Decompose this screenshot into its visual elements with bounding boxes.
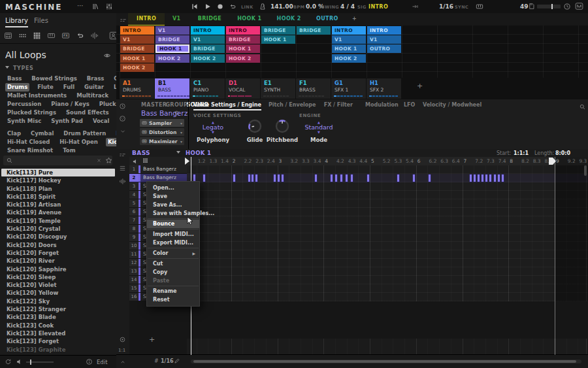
- oneshots-icon[interactable]: [90, 31, 99, 40]
- pattern-cell[interactable]: V1: [191, 35, 225, 44]
- metronome-icon[interactable]: [259, 3, 267, 10]
- mute-speaker-icon[interactable]: [132, 158, 139, 165]
- pattern-cell[interactable]: BRIDGE: [120, 44, 154, 53]
- param-search-icon[interactable]: [579, 103, 586, 110]
- type-tag[interactable]: Drums: [5, 83, 29, 92]
- velocity-lane[interactable]: [187, 339, 588, 355]
- result-item[interactable]: Kick[117] Hockey: [0, 176, 116, 184]
- param-tab[interactable]: Voice Settings / Engine: [193, 102, 261, 110]
- add-control-lane-button[interactable]: +: [149, 335, 155, 344]
- result-item[interactable]: Kick[122] Stranger: [0, 305, 116, 313]
- param-tab[interactable]: Velocity / Modwheel: [423, 102, 482, 108]
- midi-note[interactable]: [498, 175, 500, 182]
- count-in-icon[interactable]: [412, 3, 419, 10]
- midi-icon[interactable]: [119, 115, 126, 122]
- horizontal-scrollbar[interactable]: [191, 360, 581, 363]
- pattern-cell[interactable]: HOOK 2: [155, 54, 189, 63]
- pattern-cell[interactable]: HOOK 1: [120, 54, 154, 63]
- prehear-speaker-icon[interactable]: [16, 358, 23, 365]
- group-tile-g1[interactable]: G1SFX 1: [331, 78, 366, 99]
- result-item[interactable]: Kick[118] Plan: [0, 185, 116, 193]
- groups-icon[interactable]: [18, 31, 27, 40]
- pattern-cell[interactable]: HOOK 1: [226, 44, 260, 53]
- bpm-value[interactable]: 141.00: [270, 3, 293, 10]
- param-tab[interactable]: FX / Filter: [324, 102, 353, 108]
- result-item[interactable]: Kick[119] Artisan: [0, 201, 116, 209]
- result-item[interactable]: Kick[123] Elevated: [0, 329, 116, 337]
- pattern-cell[interactable]: BRIDGE: [155, 35, 189, 44]
- subtype-tag[interactable]: Hi-Hat Open: [57, 138, 100, 146]
- type-tag[interactable]: Pluck: [97, 100, 117, 109]
- link-toggle[interactable]: LINK: [241, 5, 253, 10]
- play-button[interactable]: [204, 3, 212, 10]
- group-tile-e1[interactable]: E1SYNTH: [261, 78, 295, 99]
- add-group-button[interactable]: +: [417, 82, 423, 90]
- midi-note[interactable]: [252, 175, 253, 182]
- midi-note[interactable]: [397, 175, 399, 182]
- event-list-icon[interactable]: [119, 165, 126, 172]
- midi-note[interactable]: [278, 175, 280, 182]
- keyboard-mode-icon[interactable]: [476, 3, 483, 10]
- midi-note[interactable]: [282, 175, 284, 182]
- grid-setting-value[interactable]: 1/16: [161, 358, 174, 364]
- scene-tab[interactable]: HOOK 1: [229, 13, 270, 25]
- param-tab[interactable]: LFO: [404, 102, 415, 108]
- subtype-tag[interactable]: Hi-Hat Closed: [5, 138, 52, 146]
- skip-back-button[interactable]: [191, 3, 199, 10]
- midi-note[interactable]: [482, 175, 483, 182]
- polyphony-select[interactable]: ▲Legato▼: [193, 121, 233, 133]
- type-tag[interactable]: Plucked Strings: [5, 109, 58, 117]
- result-item[interactable]: Kick[120] Sapphire: [0, 265, 116, 273]
- editor-group-selector[interactable]: BASS: [132, 150, 150, 156]
- pattern-cell[interactable]: BRIDGE: [191, 44, 225, 53]
- channel-chevron-icon[interactable]: [120, 128, 126, 135]
- effects-icon[interactable]: FX: [61, 31, 70, 40]
- group-tile-f1[interactable]: F1BRASS: [296, 78, 331, 99]
- plugin-search-icon[interactable]: [174, 110, 180, 116]
- record-button[interactable]: [216, 3, 224, 10]
- result-item[interactable]: Kick[122] Sky: [0, 297, 116, 305]
- midi-note[interactable]: [340, 175, 342, 182]
- result-item[interactable]: Kick[120] Doors: [0, 241, 116, 249]
- automation-view-icon[interactable]: [119, 152, 126, 159]
- quantize-value[interactable]: 1/16: [439, 3, 453, 10]
- scene-tab[interactable]: OUTRO: [308, 13, 347, 25]
- subtype-tag[interactable]: Tom: [61, 146, 77, 155]
- pattern-cell[interactable]: OUTRO: [367, 44, 401, 53]
- pattern-cell[interactable]: HOOK 1: [155, 44, 189, 53]
- result-item[interactable]: Kick[119] Temple: [0, 217, 116, 225]
- prehear-volume-slider[interactable]: [26, 361, 54, 363]
- subtype-tag[interactable]: Clap: [5, 129, 23, 138]
- result-item[interactable]: Kick[123] Blade: [0, 313, 116, 321]
- plugin-dropdown-icon[interactable]: ▾: [180, 121, 182, 125]
- type-tag[interactable]: Guitar: [82, 83, 106, 92]
- search-input[interactable]: [15, 156, 95, 165]
- param-tab[interactable]: Modulation: [365, 102, 399, 108]
- projects-icon[interactable]: [4, 31, 12, 40]
- group-tile-a1[interactable]: A1DRUMS: [120, 78, 154, 99]
- midi-note[interactable]: [274, 175, 276, 182]
- length-value[interactable]: 8:0:0: [555, 150, 570, 156]
- result-item[interactable]: Kick[123] Graphite: [0, 346, 116, 354]
- pattern-cell[interactable]: V1: [155, 26, 189, 35]
- result-item[interactable]: Kick[118] Spirit: [0, 193, 116, 201]
- result-item[interactable]: Kick[120] Forget: [0, 249, 116, 257]
- autoload-icon[interactable]: [5, 358, 12, 365]
- tab-files[interactable]: Files: [34, 17, 48, 24]
- edit-button[interactable]: Edit: [97, 359, 107, 365]
- type-tag[interactable]: Mallet Instruments: [5, 92, 69, 100]
- group-tile-d1[interactable]: D1VOCAL: [225, 78, 260, 99]
- favorites-star-icon[interactable]: [105, 157, 112, 164]
- pattern-cell[interactable]: HOOK 1: [332, 44, 366, 53]
- mode-select[interactable]: ▲Standard▼: [299, 121, 338, 133]
- menu-item-import-midi[interactable]: Import MIDI...: [147, 230, 199, 239]
- sounds-icon[interactable]: [33, 31, 41, 40]
- result-item[interactable]: Kick[120] Sleep: [0, 273, 116, 281]
- loop-button[interactable]: [229, 3, 237, 10]
- pattern-cell[interactable]: BRIDGE: [297, 26, 331, 35]
- timeline-ruler[interactable]: 1.21.31.422.22.32.433.23.33.444.24.34.45…: [187, 157, 588, 166]
- channel-tab-master[interactable]: MASTER: [141, 102, 167, 108]
- result-item[interactable]: Kick[113] Pure: [1, 169, 115, 176]
- scene-tab[interactable]: HOOK 2: [269, 13, 310, 25]
- channel-clock-icon[interactable]: [119, 103, 126, 110]
